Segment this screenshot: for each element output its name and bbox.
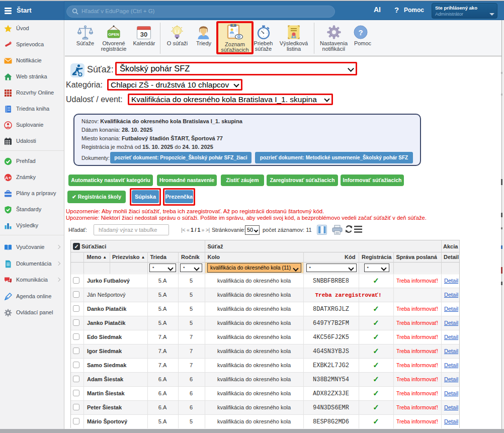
svg-text:A+: A+ — [5, 175, 12, 181]
svg-text:30: 30 — [140, 31, 147, 38]
svg-text:OPEN: OPEN — [108, 32, 119, 37]
svg-text:?: ? — [358, 28, 363, 37]
